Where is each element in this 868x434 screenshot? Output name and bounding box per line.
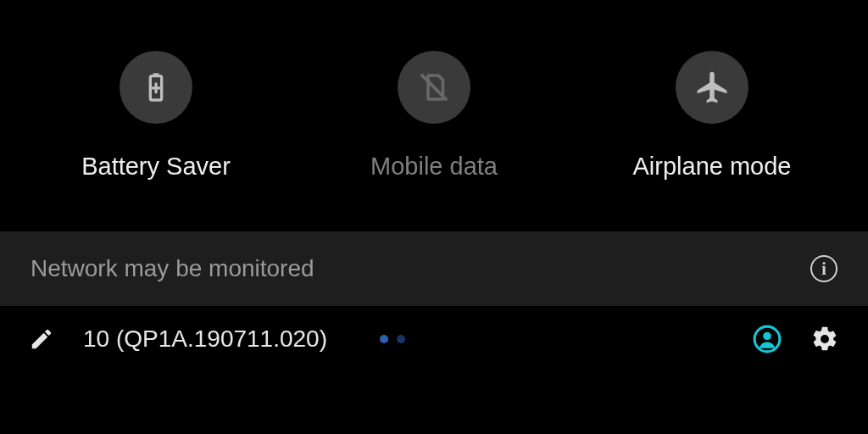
user-switcher-button[interactable] <box>753 325 782 353</box>
page-dot <box>397 335 405 343</box>
tile-airplane-mode[interactable]: Airplane mode <box>585 51 839 181</box>
page-indicator <box>380 335 405 343</box>
tile-mobile-data[interactable]: Mobile data <box>307 51 561 181</box>
tile-label: Mobile data <box>370 153 498 181</box>
settings-button[interactable] <box>810 325 839 353</box>
build-version-text: 10 (QP1A.190711.020) <box>83 326 327 353</box>
battery-plus-icon <box>120 51 192 124</box>
page-dot <box>380 335 388 343</box>
quick-settings-tiles-row: Battery Saver Mobile data Airplane mode <box>0 0 868 214</box>
info-icon: i <box>810 255 837 282</box>
network-monitored-warning[interactable]: Network may be monitored i <box>0 231 868 306</box>
tile-label: Battery Saver <box>81 153 231 181</box>
svg-point-4 <box>763 332 771 341</box>
tile-label: Airplane mode <box>633 153 792 181</box>
sim-off-icon <box>398 51 470 124</box>
quick-settings-panel: Battery Saver Mobile data Airplane mode … <box>0 0 868 434</box>
svg-rect-1 <box>153 73 159 76</box>
warning-text: Network may be monitored <box>31 255 314 282</box>
tile-battery-saver[interactable]: Battery Saver <box>29 51 283 181</box>
airplane-icon <box>676 51 748 124</box>
quick-settings-footer: 10 (QP1A.190711.020) <box>0 306 868 379</box>
edit-button[interactable] <box>29 326 54 352</box>
